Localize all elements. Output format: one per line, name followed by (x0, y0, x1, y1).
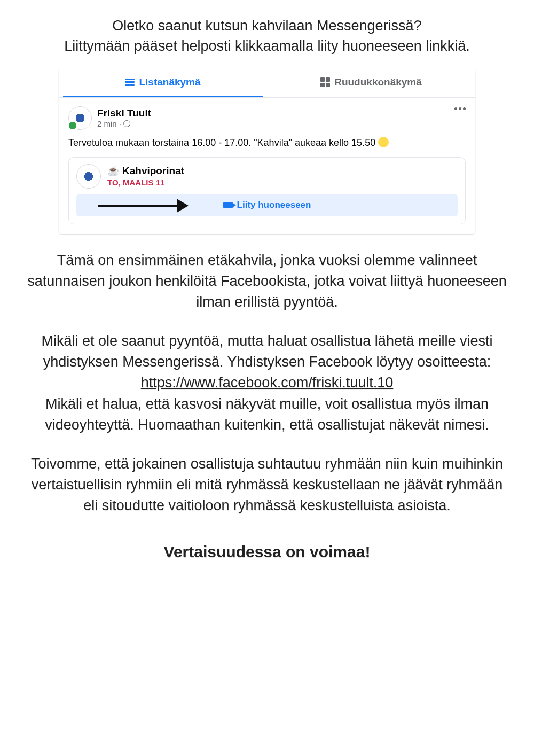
post-text: Tervetuloa mukaan torstaina 16.00 - 17.0… (68, 136, 466, 150)
coffee-icon: ☕ (107, 165, 119, 177)
event-avatar (76, 164, 101, 189)
tab-list-label: Listanäkymä (139, 76, 200, 88)
body-text: Tämä on ensimmäinen etäkahvila, jonka vu… (24, 250, 510, 517)
view-tabs: Listanäkymä Ruudukkonäkymä (59, 67, 475, 98)
join-room-button[interactable]: Liity huoneeseen (76, 194, 458, 216)
post-more-button[interactable] (454, 107, 466, 110)
annotation-arrow-icon (98, 197, 194, 213)
event-card: ☕ Kahviporinat TO, MAALIS 11 Liity huon (68, 157, 466, 224)
post-author[interactable]: Friski Tuult (97, 107, 151, 119)
post-time: 2 min (97, 119, 117, 128)
event-title: Kahviporinat (122, 165, 184, 177)
tab-grid-label: Ruudukkonäkymä (334, 76, 422, 88)
paragraph-2: Mikäli et ole saanut pyyntöä, mutta halu… (24, 331, 510, 435)
globe-icon (123, 120, 130, 127)
event-date: TO, MAALIS 11 (107, 178, 184, 187)
tab-grid-view[interactable]: Ruudukkonäkymä (267, 67, 475, 97)
post-meta: 2 min · (97, 119, 151, 128)
grid-icon (320, 77, 330, 87)
tab-list-view[interactable]: Listanäkymä (59, 67, 267, 97)
video-camera-icon (223, 202, 233, 208)
online-dot-icon (68, 121, 77, 130)
avatar[interactable] (68, 106, 92, 130)
paragraph-3: Toivomme, että jokainen osallistuja suht… (24, 454, 510, 516)
intro-text: Oletko saanut kutsun kahvilaan Messenger… (21, 16, 513, 57)
join-room-label: Liity huoneeseen (237, 200, 311, 211)
paragraph-1: Tämä on ensimmäinen etäkahvila, jonka vu… (24, 250, 510, 313)
smile-emoji-icon (378, 137, 389, 147)
facebook-link[interactable]: https://www.facebook.com/friski.tuult.10 (141, 375, 394, 391)
list-icon (125, 79, 135, 86)
closing-text: Vertaisuudessa on voimaa! (21, 543, 513, 561)
intro-line-2: Liittymään pääset helposti klikkaamalla … (64, 38, 469, 54)
facebook-screenshot: Listanäkymä Ruudukkonäkymä Friski Tuult … (59, 67, 475, 234)
intro-line-1: Oletko saanut kutsun kahvilaan Messenger… (112, 18, 421, 34)
post: Friski Tuult 2 min · Tervetuloa mukaan t… (59, 98, 475, 234)
